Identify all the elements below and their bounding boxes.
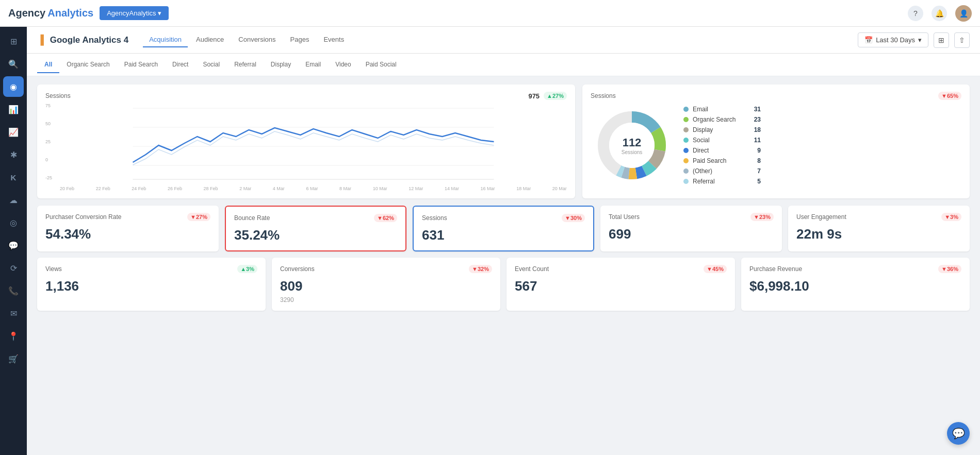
tab-events[interactable]: Events xyxy=(317,32,350,47)
legend-val-email: 31 xyxy=(754,106,761,113)
sidebar-item-location[interactable]: 📍 xyxy=(3,326,24,346)
legend-label-other: (Other) xyxy=(693,167,753,175)
metric-value-tu: 699 xyxy=(609,226,774,242)
metric-badge-pcr: ▼27% xyxy=(187,213,210,221)
legend-dot-other xyxy=(683,168,689,174)
sidebar-item-line-chart[interactable]: 📈 xyxy=(3,122,24,142)
metric-badge-sessions: ▼30% xyxy=(562,214,585,222)
legend-item-referral: Referral 5 xyxy=(683,176,761,187)
donut-legend: Email 31 Organic Search 23 Display xyxy=(683,104,761,187)
metric-value-pr: $6,998.10 xyxy=(749,278,961,294)
metric-header-br: Bounce Rate ▼62% xyxy=(234,214,397,222)
metric-title-sessions: Sessions xyxy=(422,214,447,222)
legend-item-other: (Other) 7 xyxy=(683,166,761,176)
date-range-btn[interactable]: 📅 Last 30 Days ▾ xyxy=(858,32,928,47)
legend-label-referral: Referral xyxy=(693,178,753,185)
legend-label-email: Email xyxy=(693,106,750,113)
sidebar-item-bar-chart[interactable]: 📊 xyxy=(3,99,24,120)
line-chart-card: Sessions 975 ▲27% -25 0 25 50 75 xyxy=(37,85,575,198)
sidebar-item-cart[interactable]: 🛒 xyxy=(3,348,24,369)
metric-value-conv: 809 xyxy=(280,278,492,294)
sidebar-item-cloud[interactable]: ☁ xyxy=(3,190,24,210)
metric-badge-conv: ▼32% xyxy=(469,265,492,273)
donut-section: 112 Sessions Email 31 xyxy=(591,104,961,187)
metric-purchase-revenue: Purchase Revenue ▼36% $6,998.10 xyxy=(741,258,970,311)
metric-header-ue: User Engagement ▼3% xyxy=(796,213,961,221)
sub-header-left: ▐ Google Analytics 4 Acquisition Audienc… xyxy=(37,32,350,47)
sidebar-item-chat[interactable]: 💬 xyxy=(3,235,24,256)
legend-item-organic: Organic Search 23 xyxy=(683,114,761,125)
metric-sessions: Sessions ▼30% 631 xyxy=(413,206,594,251)
columns-btn[interactable]: ⊞ xyxy=(934,32,949,48)
sidebar-item-phone[interactable]: 📞 xyxy=(3,280,24,301)
metric-sub-conv: 3290 xyxy=(280,296,492,304)
legend-item-social: Social 11 xyxy=(683,135,761,145)
sidebar-item-active[interactable]: ◉ xyxy=(3,76,24,97)
sidebar-item-k[interactable]: K xyxy=(3,167,24,188)
main-layout: ⊞ 🔍 ◉ 📊 📈 ✱ K ☁ ◎ 💬 ⟳ 📞 ✉ 📍 🛒 ▐ Google A… xyxy=(0,27,980,455)
logo-agency: Agency xyxy=(8,7,45,19)
legend-val-paid-search: 8 xyxy=(757,157,761,164)
filter-tab-organic-search[interactable]: Organic Search xyxy=(59,57,117,73)
legend-label-direct: Direct xyxy=(693,147,753,154)
metric-header-pcr: Purchaser Conversion Rate ▼27% xyxy=(45,213,210,221)
legend-label-display: Display xyxy=(693,126,750,133)
metric-badge-br: ▼62% xyxy=(374,214,397,222)
filter-tab-email[interactable]: Email xyxy=(298,57,328,73)
sidebar-item-grid[interactable]: ⊞ xyxy=(3,31,24,52)
sidebar-item-star[interactable]: ✱ xyxy=(3,144,24,165)
metric-conversions: Conversions ▼32% 809 3290 xyxy=(272,258,500,311)
top-bar: AgencyAnalytics AgencyAnalytics ▾ ? 🔔 👤 xyxy=(0,0,980,27)
metric-value-sessions: 631 xyxy=(422,227,585,243)
donut-chart-title: Sessions xyxy=(591,92,616,99)
dashboard-body: Sessions 975 ▲27% -25 0 25 50 75 xyxy=(27,76,980,455)
donut-center-value: 112 xyxy=(622,136,643,149)
filter-tab-display[interactable]: Display xyxy=(264,57,298,73)
share-btn[interactable]: ⇧ xyxy=(954,32,970,48)
metric-total-users: Total Users ▼23% 699 xyxy=(600,206,782,251)
metric-title-ec: Event Count xyxy=(515,265,549,273)
legend-label-social: Social xyxy=(693,137,750,144)
metric-views: Views ▲3% 1,136 xyxy=(37,258,266,311)
sidebar-item-refresh[interactable]: ⟳ xyxy=(3,258,24,278)
sidebar-item-search[interactable]: 🔍 xyxy=(3,54,24,74)
filter-tab-paid-social[interactable]: Paid Social xyxy=(358,57,404,73)
metric-user-engagement: User Engagement ▼3% 22m 9s xyxy=(788,206,970,251)
legend-val-display: 18 xyxy=(754,126,761,133)
filter-tab-referral[interactable]: Referral xyxy=(227,57,264,73)
metric-value-ue: 22m 9s xyxy=(796,226,961,242)
line-chart-value: 975 xyxy=(528,92,540,100)
sidebar-item-circle[interactable]: ◎ xyxy=(3,212,24,233)
metric-badge-ue: ▼3% xyxy=(941,213,961,221)
agency-dropdown-btn[interactable]: AgencyAnalytics ▾ xyxy=(100,6,169,20)
filter-tab-video[interactable]: Video xyxy=(328,57,358,73)
avatar[interactable]: 👤 xyxy=(955,5,972,22)
top-bar-left: AgencyAnalytics AgencyAnalytics ▾ xyxy=(8,6,169,20)
sub-header: ▐ Google Analytics 4 Acquisition Audienc… xyxy=(27,27,980,54)
sidebar-item-mail[interactable]: ✉ xyxy=(3,303,24,324)
legend-val-other: 7 xyxy=(757,167,761,175)
metric-header-conv: Conversions ▼32% xyxy=(280,265,492,273)
sidebar: ⊞ 🔍 ◉ 📊 📈 ✱ K ☁ ◎ 💬 ⟳ 📞 ✉ 📍 🛒 xyxy=(0,27,27,455)
help-icon[interactable]: ? xyxy=(908,6,923,21)
filter-tab-social[interactable]: Social xyxy=(195,57,227,73)
tab-acquisition[interactable]: Acquisition xyxy=(143,32,188,47)
tab-conversions[interactable]: Conversions xyxy=(232,32,282,47)
tab-audience[interactable]: Audience xyxy=(190,32,230,47)
filter-tab-paid-search[interactable]: Paid Search xyxy=(117,57,165,73)
metric-purchaser-conversion: Purchaser Conversion Rate ▼27% 54.34% xyxy=(37,206,219,251)
donut-chart-card: Sessions ▼65% xyxy=(582,85,970,198)
donut-wrap: 112 Sessions xyxy=(591,104,673,187)
legend-dot-organic xyxy=(683,117,689,122)
nav-tabs: Acquisition Audience Conversions Pages E… xyxy=(143,32,350,47)
legend-val-social: 11 xyxy=(754,137,761,144)
metric-title-br: Bounce Rate xyxy=(234,214,270,222)
notification-icon[interactable]: 🔔 xyxy=(932,6,947,21)
chat-bubble[interactable]: 💬 xyxy=(947,422,970,445)
tab-pages[interactable]: Pages xyxy=(284,32,316,47)
filter-tab-all[interactable]: All xyxy=(37,57,59,73)
filter-tab-direct[interactable]: Direct xyxy=(165,57,195,73)
legend-val-referral: 5 xyxy=(757,178,761,185)
content-area: ▐ Google Analytics 4 Acquisition Audienc… xyxy=(27,27,980,455)
legend-item-display: Display 18 xyxy=(683,125,761,135)
